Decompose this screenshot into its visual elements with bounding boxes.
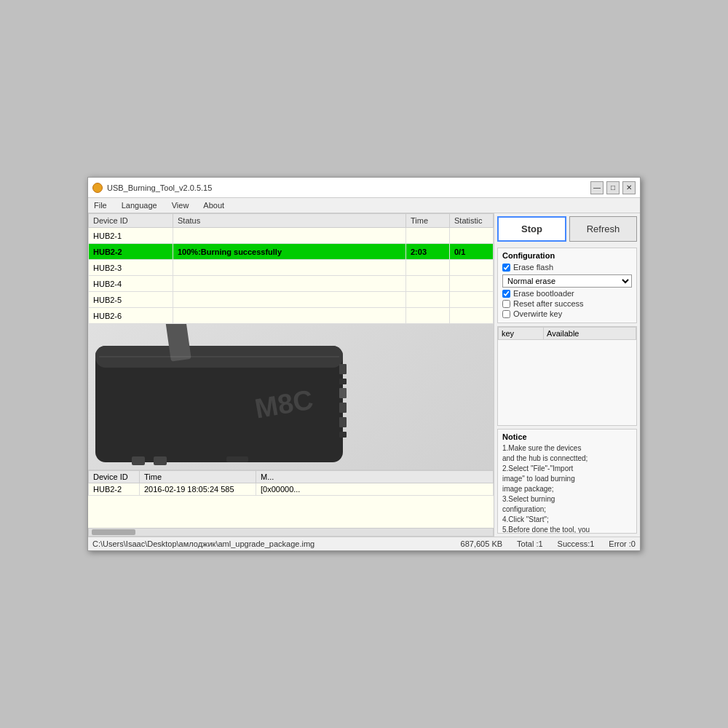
main-window: USB_Burning_Tool_v2.0.5.15 — □ ✕ File La… xyxy=(87,177,641,551)
cell-status xyxy=(173,260,406,276)
title-bar: USB_Burning_Tool_v2.0.5.15 — □ ✕ xyxy=(88,178,640,198)
title-bar-left: USB_Burning_Tool_v2.0.5.15 xyxy=(92,183,212,193)
device-table: Device ID Status Time Statistic HUB2-1HU… xyxy=(88,213,494,324)
close-button[interactable]: ✕ xyxy=(622,181,636,194)
table-row: HUB2-2100%:Burning successfully2:030/1 xyxy=(89,244,494,260)
cell-device-id: HUB2-6 xyxy=(89,308,173,324)
erase-bootloader-label: Erase bootloader xyxy=(513,289,574,298)
cell-status xyxy=(173,308,406,324)
status-size: 687,605 KB xyxy=(461,539,503,548)
svg-rect-6 xyxy=(339,388,347,398)
overwrite-key-row: Overwirte key xyxy=(502,309,632,318)
key-table: key Available xyxy=(498,327,636,340)
cell-status: 100%:Burning successfully xyxy=(173,244,406,260)
cell-statistic: 0/1 xyxy=(450,244,494,260)
col-statistic: Statistic xyxy=(450,214,494,228)
svg-rect-4 xyxy=(339,364,347,374)
status-success: Success:1 xyxy=(558,539,595,548)
cell-statistic xyxy=(450,308,494,324)
cell-time xyxy=(406,228,450,244)
menu-file[interactable]: File xyxy=(91,199,110,211)
right-panel: Stop Refresh Configuration Erase flash N… xyxy=(494,213,640,537)
horizontal-scrollbar[interactable] xyxy=(88,528,494,537)
cell-time xyxy=(406,260,450,276)
reset-after-success-checkbox[interactable] xyxy=(502,300,510,308)
stop-button[interactable]: Stop xyxy=(497,216,566,242)
menu-language[interactable]: Language xyxy=(119,199,160,211)
menu-bar: File Language View About xyxy=(88,198,640,213)
svg-rect-5 xyxy=(339,379,347,384)
svg-rect-11 xyxy=(154,456,167,465)
notice-text: 1.Make sure the devices and the hub is c… xyxy=(502,443,632,534)
refresh-button[interactable]: Refresh xyxy=(569,216,637,242)
log-col-device-id: Device ID xyxy=(89,471,140,483)
table-row: HUB2-3 xyxy=(89,260,494,276)
cell-statistic xyxy=(450,276,494,292)
erase-flash-checkbox[interactable] xyxy=(502,264,510,272)
table-row: HUB2-6 xyxy=(89,308,494,324)
notice-title: Notice xyxy=(502,432,632,441)
table-row: HUB2-5 xyxy=(89,292,494,308)
cell-statistic xyxy=(450,228,494,244)
scrollbar-thumb[interactable] xyxy=(92,529,135,535)
key-table-section: key Available xyxy=(497,326,637,426)
erase-flash-row: Erase flash xyxy=(502,263,632,272)
col-device-id: Device ID xyxy=(89,214,173,228)
svg-rect-10 xyxy=(132,456,145,465)
erase-bootloader-checkbox[interactable] xyxy=(502,290,510,298)
overwrite-key-label: Overwirte key xyxy=(513,309,562,318)
log-row: HUB2-22016-02-19 18:05:24 585[0x00000... xyxy=(89,483,494,496)
menu-view[interactable]: View xyxy=(169,199,192,211)
cell-time xyxy=(406,276,450,292)
table-row: HUB2-4 xyxy=(89,276,494,292)
svg-rect-7 xyxy=(339,403,347,413)
reset-after-success-row: Reset after success xyxy=(502,299,632,308)
cell-time: 2:03 xyxy=(406,244,450,260)
status-error: Error :0 xyxy=(609,539,636,548)
left-panel: Device ID Status Time Statistic HUB2-1HU… xyxy=(88,213,494,537)
log-col-time: Time xyxy=(140,471,256,483)
table-row: HUB2-1 xyxy=(89,228,494,244)
erase-type-select[interactable]: Normal erase xyxy=(502,274,632,288)
cell-status xyxy=(173,276,406,292)
menu-about[interactable]: About xyxy=(200,199,227,211)
status-total: Total :1 xyxy=(517,539,542,548)
overwrite-key-checkbox[interactable] xyxy=(502,310,510,318)
cell-device-id: HUB2-5 xyxy=(89,292,173,308)
title-controls: — □ ✕ xyxy=(590,181,636,194)
log-area: Device ID Time M... HUB2-22016-02-19 18:… xyxy=(88,470,494,528)
cell-time xyxy=(406,308,450,324)
log-cell-message: [0x00000... xyxy=(256,483,494,496)
cell-time xyxy=(406,292,450,308)
maximize-button[interactable]: □ xyxy=(606,181,620,194)
key-col-available: Available xyxy=(544,328,636,340)
log-cell-device-id: HUB2-2 xyxy=(89,483,140,496)
config-title: Configuration xyxy=(502,251,632,260)
col-status: Status xyxy=(173,214,406,228)
cell-statistic xyxy=(450,260,494,276)
log-col-message: M... xyxy=(256,471,494,483)
col-time: Time xyxy=(406,214,450,228)
cell-status xyxy=(173,228,406,244)
status-bar: C:\Users\Isaac\Desktop\амлоджик\aml_upgr… xyxy=(88,537,640,550)
log-cell-time: 2016-02-19 18:05:24 585 xyxy=(140,483,256,496)
cell-device-id: HUB2-3 xyxy=(89,260,173,276)
cell-device-id: HUB2-4 xyxy=(89,276,173,292)
log-table: Device ID Time M... HUB2-22016-02-19 18:… xyxy=(88,470,494,496)
app-icon xyxy=(92,183,103,193)
erase-bootloader-row: Erase bootloader xyxy=(502,289,632,298)
cell-device-id: HUB2-2 xyxy=(89,244,173,260)
svg-rect-8 xyxy=(339,417,347,427)
minimize-button[interactable]: — xyxy=(590,181,604,194)
device-svg: M8C xyxy=(88,324,372,470)
cell-statistic xyxy=(450,292,494,308)
device-image-area: M8C xyxy=(88,324,494,470)
action-buttons: Stop Refresh xyxy=(497,216,637,242)
main-area: Device ID Status Time Statistic HUB2-1HU… xyxy=(88,213,640,537)
configuration-section: Configuration Erase flash Normal erase E… xyxy=(497,248,637,323)
cell-device-id: HUB2-1 xyxy=(89,228,173,244)
notice-section: Notice 1.Make sure the devices and the h… xyxy=(497,429,637,534)
key-col-key: key xyxy=(499,328,544,340)
cell-status xyxy=(173,292,406,308)
svg-rect-9 xyxy=(339,432,347,438)
